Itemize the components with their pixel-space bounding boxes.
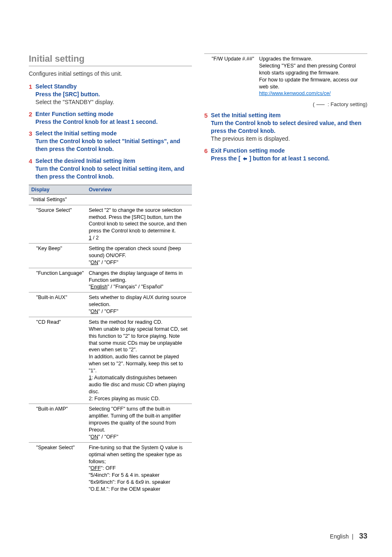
- step-sub: Press the Control knob for at least 1 se…: [35, 118, 192, 126]
- factory-setting-note: ( : Factory setting): [204, 101, 367, 107]
- step-1: 1 Select Standby Press the [SRC] button.…: [29, 83, 192, 106]
- setting-overview: Fine-tuning so that the System Q value i…: [86, 442, 192, 494]
- section-heading: Initial setting: [29, 53, 192, 66]
- step-title: Select the Initial setting mode: [35, 130, 192, 137]
- step-sub: Press the [ ] button for at least 1 seco…: [211, 155, 367, 162]
- step-number: 5: [204, 111, 208, 143]
- setting-overview: Changes the display language of items in…: [86, 268, 192, 292]
- setting-name: "Initial Settings": [29, 194, 86, 205]
- step-number: 4: [29, 157, 32, 181]
- step-title: Set the Initial setting item: [211, 111, 367, 119]
- step-number: 1: [29, 83, 32, 106]
- step-sub: Turn the Control knob to select Initial …: [35, 165, 192, 181]
- step-number: 6: [204, 147, 208, 162]
- setting-overview: Upgrades the firmware.Selecting "YES" an…: [256, 54, 367, 99]
- setting-name: "Built-in AUX": [29, 292, 86, 317]
- table-row: "F/W Update #.##"Upgrades the firmware.S…: [204, 54, 367, 99]
- footer-lang: English: [330, 533, 349, 540]
- setting-overview: Setting the operation check sound (beep …: [86, 244, 192, 268]
- table-row: "Key Beep"Setting the operation check so…: [29, 244, 192, 268]
- step-sub: Press the [SRC] button.: [35, 91, 192, 98]
- page-number: 33: [359, 532, 367, 540]
- setting-name: "Source Select": [29, 205, 86, 243]
- setting-name: "CD Read": [29, 317, 86, 404]
- step-2: 2 Enter Function setting mode Press the …: [29, 110, 192, 126]
- table-row: "Built-in AMP"Selecting "OFF" turns off …: [29, 404, 192, 442]
- th-display: Display: [29, 185, 86, 194]
- setting-overview: Select "2" to change the source selectio…: [86, 205, 192, 243]
- setting-overview: Sets whether to display AUX during sourc…: [86, 292, 192, 317]
- step-sub: Turn the Control knob to select "Initial…: [35, 137, 192, 153]
- th-overview: Overview: [86, 185, 192, 194]
- step-4: 4 Select the desired Initial setting ite…: [29, 157, 192, 181]
- page-footer: English | 33: [330, 532, 367, 541]
- step-title: Exit Function setting mode: [211, 147, 367, 155]
- table-row: "Built-in AUX"Sets whether to display AU…: [29, 292, 192, 317]
- setting-name: "Function Language": [29, 268, 86, 292]
- setting-name: "Speaker Select": [29, 442, 86, 494]
- setting-name: "F/W Update #.##": [204, 54, 256, 99]
- step-5: 5 Set the Initial setting item Turn the …: [204, 111, 367, 143]
- table-row: "Function Language"Changes the display l…: [29, 268, 192, 292]
- step-3: 3 Select the Initial setting mode Turn t…: [29, 130, 192, 153]
- step-title: Select Standby: [35, 83, 192, 91]
- settings-table-left: Display Overview "Initial Settings""Sour…: [29, 185, 192, 494]
- step-number: 3: [29, 130, 32, 153]
- step-plain: Select the "STANDBY" display.: [35, 98, 192, 106]
- table-row: "Speaker Select"Fine-tuning so that the …: [29, 442, 192, 494]
- step-sub: Turn the Control knob to select desired …: [211, 119, 367, 135]
- footer-sep: |: [352, 533, 354, 540]
- setting-overview: Sets the method for reading CD.When unab…: [86, 317, 192, 404]
- step-title: Enter Function setting mode: [35, 110, 192, 118]
- table-row: "Source Select"Select "2" to change the …: [29, 205, 192, 243]
- table-row: "Initial Settings": [29, 194, 192, 205]
- return-icon: [242, 157, 248, 161]
- setting-overview: [86, 194, 192, 205]
- step-title: Select the desired Initial setting item: [35, 157, 192, 165]
- settings-table-right: "F/W Update #.##"Upgrades the firmware.S…: [204, 53, 367, 99]
- table-row: "CD Read"Sets the method for reading CD.…: [29, 317, 192, 404]
- setting-name: "Built-in AMP": [29, 404, 86, 442]
- setting-name: "Key Beep": [29, 244, 86, 268]
- intro-text: Configures initial settings of this unit…: [29, 70, 192, 77]
- step-number: 2: [29, 110, 32, 126]
- setting-overview: Selecting "OFF" turns off the built-in a…: [86, 404, 192, 442]
- step-plain: The previous item is displayed.: [211, 135, 367, 143]
- step-6: 6 Exit Function setting mode Press the […: [204, 147, 367, 162]
